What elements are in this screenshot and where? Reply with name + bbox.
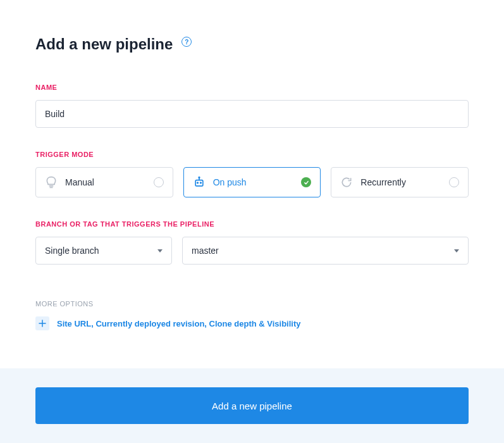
help-icon[interactable]: ? xyxy=(181,37,192,47)
svg-point-1 xyxy=(197,182,198,184)
radio-indicator xyxy=(154,177,164,187)
trigger-mode-label: TRIGGER MODE xyxy=(35,151,469,158)
branch-field-group: BRANCH OR TAG THAT TRIGGERS THE PIPELINE… xyxy=(35,220,469,265)
more-options-text: Site URL, Currently deployed revision, C… xyxy=(57,319,301,328)
more-options-label: MORE OPTIONS xyxy=(35,300,469,308)
add-pipeline-button[interactable]: Add a new pipeline xyxy=(35,387,469,424)
manual-icon xyxy=(45,176,58,189)
trigger-option-recurrently[interactable]: Recurrently xyxy=(331,167,469,197)
trigger-option-on-push[interactable]: On push xyxy=(183,167,321,197)
trigger-manual-text: Manual xyxy=(65,177,146,187)
robot-icon xyxy=(193,176,206,189)
trigger-recurrently-text: Recurrently xyxy=(360,177,441,187)
branch-type-dropdown[interactable]: Single branch xyxy=(35,237,172,265)
trigger-option-manual[interactable]: Manual xyxy=(35,167,173,197)
page-title: Add a new pipeline xyxy=(35,35,173,53)
trigger-options: Manual On push xyxy=(35,167,469,197)
trigger-on-push-text: On push xyxy=(213,177,294,187)
branch-name-dropdown[interactable]: master xyxy=(182,237,469,265)
name-field-group: NAME xyxy=(35,84,469,128)
more-options-expand[interactable]: Site URL, Currently deployed revision, C… xyxy=(35,316,469,330)
branch-label: BRANCH OR TAG THAT TRIGGERS THE PIPELINE xyxy=(35,220,469,228)
name-label: NAME xyxy=(35,84,469,91)
plus-icon xyxy=(35,316,49,330)
name-input[interactable] xyxy=(35,100,469,128)
branch-type-value: Single branch xyxy=(45,246,157,256)
refresh-icon xyxy=(340,176,353,189)
chevron-down-icon xyxy=(454,249,459,253)
page-title-row: Add a new pipeline ? xyxy=(35,35,469,53)
chevron-down-icon xyxy=(157,249,163,253)
trigger-mode-group: TRIGGER MODE Manual xyxy=(35,151,469,197)
radio-indicator xyxy=(449,177,459,187)
check-icon xyxy=(301,177,311,187)
footer: Add a new pipeline xyxy=(0,368,504,443)
branch-row: Single branch master xyxy=(35,237,469,265)
branch-name-value: master xyxy=(192,246,454,256)
svg-point-2 xyxy=(200,182,201,184)
svg-point-4 xyxy=(199,177,200,178)
